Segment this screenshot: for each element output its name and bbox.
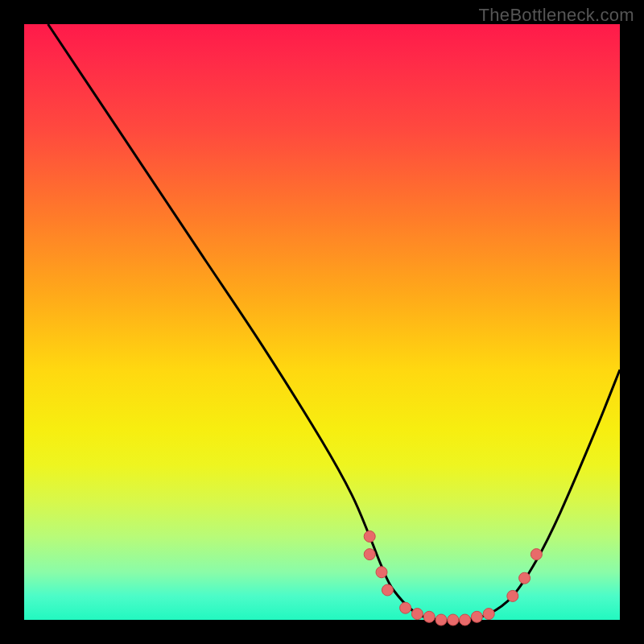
- data-marker: [448, 614, 459, 625]
- marker-group: [364, 530, 542, 625]
- curve-svg: [24, 24, 620, 620]
- data-marker: [436, 614, 447, 625]
- data-marker: [460, 614, 471, 625]
- watermark-text: TheBottleneck.com: [479, 5, 634, 26]
- data-marker: [507, 590, 518, 601]
- data-marker: [400, 602, 411, 613]
- data-marker: [411, 609, 423, 620]
- data-marker: [364, 530, 375, 542]
- data-marker: [364, 549, 375, 560]
- data-marker: [530, 549, 542, 560]
- data-marker: [483, 609, 494, 620]
- data-marker: [382, 584, 393, 596]
- data-marker: [471, 611, 482, 622]
- bottleneck-curve: [48, 24, 620, 621]
- chart-container: TheBottleneck.com: [0, 0, 644, 644]
- plot-area: [24, 24, 620, 620]
- data-marker: [519, 572, 530, 584]
- data-marker: [376, 567, 387, 578]
- data-marker: [423, 611, 435, 622]
